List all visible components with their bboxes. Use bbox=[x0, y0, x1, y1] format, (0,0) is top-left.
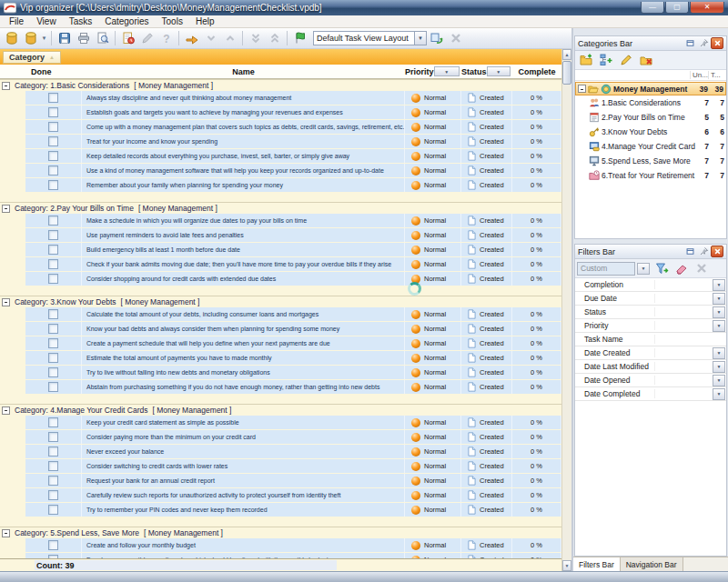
menu-item-help[interactable]: Help bbox=[189, 16, 221, 26]
pane-pin-button[interactable] bbox=[697, 37, 710, 49]
recent-database-dropdown-icon[interactable]: ▼ bbox=[40, 29, 48, 47]
task-row[interactable]: Remember about your family when planning… bbox=[0, 178, 561, 192]
filter-dropdown-icon[interactable]: ▼ bbox=[713, 293, 725, 305]
task-checkbox[interactable] bbox=[48, 151, 58, 161]
category-tree-item-5-spend-less-save-more[interactable]: 5.Spend Less, Save More 7 7 bbox=[575, 154, 726, 168]
edit-task-button[interactable] bbox=[137, 29, 157, 47]
tab-navigation-bar[interactable]: Navigation Bar bbox=[621, 557, 683, 571]
task-checkbox[interactable] bbox=[48, 447, 58, 457]
task-checkbox[interactable] bbox=[48, 540, 58, 550]
task-checkbox[interactable] bbox=[48, 461, 58, 471]
category-tree-item-money-management[interactable]: Money Management 39 39 bbox=[575, 82, 726, 95]
task-row[interactable]: Create a payment schedule that will help… bbox=[0, 336, 561, 350]
filter-dropdown-icon[interactable]: ▼ bbox=[713, 320, 725, 332]
task-row[interactable]: Keep detailed records about everything y… bbox=[0, 149, 561, 163]
new-task-button[interactable] bbox=[118, 29, 137, 47]
collapse-group-icon[interactable] bbox=[2, 406, 10, 415]
category-tree-item-6-treat-for-your-retirement[interactable]: 6.Treat for Your Retirement 7 7 bbox=[575, 168, 726, 183]
task-checkbox[interactable] bbox=[48, 432, 58, 442]
recent-database-button[interactable] bbox=[21, 29, 40, 47]
category-tree-item-2-pay-your-bills-on-time[interactable]: 2.Pay Your Bills on Time 5 5 bbox=[575, 110, 726, 125]
task-checkbox[interactable] bbox=[48, 216, 58, 226]
category-tree-item-1-basic-considerations[interactable]: 1.Basic Considerations 7 7 bbox=[575, 95, 726, 110]
menu-item-view[interactable]: View bbox=[30, 16, 63, 26]
save-button[interactable] bbox=[55, 29, 74, 47]
task-row[interactable]: Know your bad debts and always consider … bbox=[0, 322, 561, 336]
filter-dropdown-icon[interactable]: ▼ bbox=[713, 306, 725, 318]
filter-row-date-opened[interactable]: Date Opened ▼ bbox=[575, 374, 726, 387]
scroll-up-icon[interactable]: ▲ bbox=[562, 49, 571, 60]
task-row[interactable]: Estimate the total amount of payments yo… bbox=[0, 351, 561, 365]
task-row[interactable]: Treat for your income and know your spen… bbox=[0, 135, 561, 148]
column-header-priority[interactable]: Priority▼ bbox=[405, 66, 461, 76]
pane-close-button[interactable] bbox=[711, 37, 723, 49]
collapse-group-icon[interactable] bbox=[2, 82, 10, 90]
task-checkbox[interactable] bbox=[48, 338, 58, 348]
edit-category-button[interactable] bbox=[617, 51, 635, 69]
task-row[interactable]: Establish goals and targets you want to … bbox=[0, 105, 561, 119]
collapse-tree-icon[interactable] bbox=[578, 85, 586, 93]
delete-category-button[interactable] bbox=[637, 51, 655, 69]
task-row[interactable]: Never exceed your balance Normal Created… bbox=[0, 445, 561, 458]
task-checkbox[interactable] bbox=[48, 93, 58, 103]
filter-dropdown-icon[interactable]: ▼ bbox=[713, 388, 725, 400]
task-checkbox[interactable] bbox=[48, 180, 58, 190]
pane-close-button[interactable] bbox=[711, 246, 723, 257]
group-header[interactable]: Category: 1.Basic Considerations [ Money… bbox=[0, 79, 561, 91]
move-down-button[interactable] bbox=[201, 29, 220, 47]
notifications-button[interactable] bbox=[290, 29, 309, 47]
scroll-down-icon[interactable]: ▼ bbox=[562, 560, 571, 571]
priority-filter-dropdown-icon[interactable]: ▼ bbox=[434, 66, 460, 76]
filter-dropdown-icon[interactable]: ▼ bbox=[713, 347, 725, 359]
scrollbar-thumb[interactable] bbox=[562, 61, 571, 85]
menu-item-tasks[interactable]: Tasks bbox=[63, 16, 99, 26]
group-header[interactable]: Category: 2.Pay Your Bills on Time [ Mon… bbox=[0, 202, 561, 214]
new-category-button[interactable] bbox=[577, 51, 595, 69]
filter-row-completion[interactable]: Completion ▼ bbox=[575, 278, 726, 292]
move-up-button[interactable] bbox=[220, 29, 239, 47]
task-row[interactable]: Use payment reminders to avoid late fees… bbox=[0, 228, 561, 242]
clear-filter-button[interactable] bbox=[672, 259, 691, 277]
collapse-group-icon[interactable] bbox=[2, 529, 10, 537]
task-row[interactable]: Carefully review such reports for unauth… bbox=[0, 488, 561, 502]
filter-row-date-completed[interactable]: Date Completed ▼ bbox=[575, 387, 726, 401]
menu-item-categories[interactable]: Categories bbox=[98, 16, 155, 26]
group-header[interactable]: Category: 4.Manage Your Credit Cards [ M… bbox=[0, 404, 561, 416]
task-row[interactable]: Request your bank for an annual credit r… bbox=[0, 474, 561, 487]
task-checkbox[interactable] bbox=[48, 230, 58, 240]
menu-item-file[interactable]: File bbox=[3, 16, 30, 26]
delete-filter-button[interactable] bbox=[693, 259, 711, 277]
pane-pin-button[interactable] bbox=[697, 246, 710, 257]
menu-item-tools[interactable]: Tools bbox=[156, 16, 189, 26]
task-row[interactable]: Try to live without falling into new deb… bbox=[0, 366, 561, 379]
new-subcategory-button[interactable] bbox=[597, 51, 615, 69]
status-filter-dropdown-icon[interactable]: ▼ bbox=[487, 66, 511, 76]
task-row[interactable]: Create and follow your monthly budget No… bbox=[0, 538, 561, 552]
task-row[interactable]: Consider shopping around for credit card… bbox=[0, 272, 561, 286]
task-checkbox[interactable] bbox=[48, 476, 58, 486]
tab-filters-bar[interactable]: Filters Bar bbox=[573, 557, 621, 571]
column-header-status[interactable]: Status▼ bbox=[461, 66, 512, 76]
group-by-category-button[interactable]: Category ▲ bbox=[3, 51, 61, 64]
pane-restore-button[interactable] bbox=[683, 246, 696, 257]
filter-row-priority[interactable]: Priority ▼ bbox=[575, 319, 726, 333]
task-row[interactable]: Come up with a money management plan tha… bbox=[0, 120, 561, 134]
pane-restore-button[interactable] bbox=[683, 37, 696, 49]
group-header[interactable]: Category: 3.Know Your Debts [ Money Mana… bbox=[0, 296, 561, 307]
task-row[interactable]: Consider switching to credit cards with … bbox=[0, 459, 561, 473]
task-checkbox[interactable] bbox=[48, 166, 58, 176]
filter-row-status[interactable]: Status ▼ bbox=[575, 306, 726, 319]
filter-preset-combo[interactable]: Custom bbox=[577, 262, 635, 276]
filter-row-date-last-modified[interactable]: Date Last Modified ▼ bbox=[575, 360, 726, 374]
column-header-done[interactable]: Done bbox=[25, 67, 82, 76]
minimize-button[interactable]: — bbox=[641, 2, 664, 14]
group-header[interactable]: Category: 5.Spend Less, Save More [ Mone… bbox=[0, 527, 561, 538]
task-checkbox[interactable] bbox=[48, 382, 58, 392]
task-checkbox[interactable] bbox=[48, 122, 58, 132]
filter-dropdown-icon[interactable]: ▼ bbox=[713, 361, 725, 373]
task-row[interactable]: Check if your bank admits moving due dat… bbox=[0, 257, 561, 271]
task-checkbox[interactable] bbox=[48, 324, 58, 334]
task-row[interactable]: Try to remember your PIN codes and never… bbox=[0, 503, 561, 517]
filter-dropdown-icon[interactable]: ▼ bbox=[713, 375, 725, 386]
layout-combo-dropdown-icon[interactable]: ▼ bbox=[415, 31, 427, 45]
